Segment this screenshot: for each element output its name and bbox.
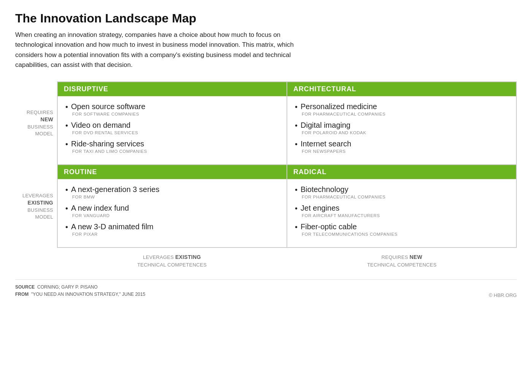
source-line: SOURCE CORNING; GARY P. PISANO <box>15 284 145 291</box>
item-main: •Ride-sharing services <box>65 140 279 149</box>
quadrant-architectural: ARCHITECTURAL •Personalized medicine FOR… <box>287 82 516 165</box>
item-sub: FOR TELECOMMUNICATIONS COMPANIES <box>302 232 508 236</box>
item-sub: FOR VANGUARD <box>72 213 279 218</box>
item-sub: FOR NEWSPAPERS <box>302 149 508 154</box>
matrix-wrapper: REQUIRESNEWBUSINESSMODEL LEVERAGESEXISTI… <box>15 81 517 248</box>
item-main: •Jet engines <box>295 204 508 213</box>
item-sub: FOR TAXI AND LIMO COMPANIES <box>72 149 279 154</box>
quadrant-disruptive: DISRUPTIVE •Open source software FOR SOF… <box>57 82 287 165</box>
description-text: When creating an innovation strategy, co… <box>15 30 312 70</box>
copyright-text: © HBR.ORG <box>489 292 517 298</box>
routine-body: •A next-generation 3 series FOR BMW •A n… <box>58 179 287 247</box>
bullet-icon: • <box>65 102 68 111</box>
list-item: •Internet search FOR NEWSPAPERS <box>295 140 508 154</box>
source-label: SOURCE <box>15 284 35 290</box>
list-item: •Video on demand FOR DVD RENTAL SERVICES <box>65 121 279 135</box>
item-main: •Video on demand <box>65 121 279 130</box>
list-item: •Ride-sharing services FOR TAXI AND LIMO… <box>65 140 279 154</box>
item-sub: FOR AIRCRAFT MANUFACTURERS <box>302 213 508 218</box>
bullet-icon: • <box>295 102 298 111</box>
from-text: "YOU NEED AN INNOVATION STRATEGY," JUNE … <box>31 292 145 297</box>
item-main: •Open source software <box>65 102 279 111</box>
bullet-icon: • <box>295 185 298 194</box>
x-axis-labels: LEVERAGES EXISTINGTECHNICAL COMPETENCES … <box>57 251 517 271</box>
bullet-icon: • <box>295 140 298 149</box>
bullet-icon: • <box>65 121 68 130</box>
list-item: •Fiber-optic cable FOR TELECOMMUNICATION… <box>295 222 508 236</box>
list-item: •Digital imaging FOR POLAROID AND KODAK <box>295 121 508 135</box>
bullet-icon: • <box>295 204 298 213</box>
item-sub: FOR BMW <box>72 195 279 199</box>
item-sub: FOR PHARMACEUTICAL COMPANIES <box>302 195 508 199</box>
bullet-icon: • <box>65 185 68 194</box>
y-label-bottom: LEVERAGESEXISTINGBUSINESSMODEL <box>15 192 53 221</box>
list-item: •A next-generation 3 series FOR BMW <box>65 185 279 199</box>
y-label-top: REQUIRESNEWBUSINESSMODEL <box>15 109 53 137</box>
bullet-icon: • <box>65 140 68 149</box>
item-sub: FOR DVD RENTAL SERVICES <box>72 130 279 135</box>
list-item: •Biotechnology FOR PHARMACEUTICAL COMPAN… <box>295 185 508 199</box>
disruptive-list: •Open source software FOR SOFTWARE COMPA… <box>65 102 279 154</box>
radical-header: RADICAL <box>287 165 516 179</box>
bullet-icon: • <box>295 222 298 232</box>
list-item: •A new 3-D animated film FOR PIXAR <box>65 222 279 236</box>
architectural-header: ARCHITECTURAL <box>287 82 516 96</box>
bullet-icon: • <box>65 222 68 232</box>
quadrant-routine: ROUTINE •A next-generation 3 series FOR … <box>57 165 287 248</box>
item-sub: FOR POLAROID AND KODAK <box>302 130 508 135</box>
item-main: •Fiber-optic cable <box>295 222 508 232</box>
architectural-body: •Personalized medicine FOR PHARMACEUTICA… <box>287 96 516 164</box>
footer: SOURCE CORNING; GARY P. PISANO FROM "YOU… <box>15 279 517 298</box>
quadrant-radical: RADICAL •Biotechnology FOR PHARMACEUTICA… <box>287 165 516 248</box>
source-text: CORNING; GARY P. PISANO <box>37 284 98 290</box>
from-label: FROM <box>15 292 28 297</box>
item-main: •A next-generation 3 series <box>65 185 279 194</box>
disruptive-body: •Open source software FOR SOFTWARE COMPA… <box>58 96 287 164</box>
disruptive-header: DISRUPTIVE <box>58 82 287 96</box>
list-item: •Open source software FOR SOFTWARE COMPA… <box>65 102 279 116</box>
item-sub: FOR PIXAR <box>72 232 279 236</box>
bullet-icon: • <box>65 204 68 213</box>
radical-body: •Biotechnology FOR PHARMACEUTICAL COMPAN… <box>287 179 516 247</box>
radical-list: •Biotechnology FOR PHARMACEUTICAL COMPAN… <box>295 185 508 236</box>
item-main: •Personalized medicine <box>295 102 508 111</box>
y-axis-labels: REQUIRESNEWBUSINESSMODEL LEVERAGESEXISTI… <box>15 81 57 248</box>
item-sub: FOR PHARMACEUTICAL COMPANIES <box>302 112 508 116</box>
list-item: •Personalized medicine FOR PHARMACEUTICA… <box>295 102 508 116</box>
item-main: •A new index fund <box>65 204 279 213</box>
page-title: The Innovation Landscape Map <box>15 11 517 25</box>
item-sub: FOR SOFTWARE COMPANIES <box>72 112 279 116</box>
item-main: •Internet search <box>295 140 508 149</box>
from-line: FROM "YOU NEED AN INNOVATION STRATEGY," … <box>15 291 145 298</box>
routine-list: •A next-generation 3 series FOR BMW •A n… <box>65 185 279 236</box>
x-label-right: REQUIRES NEWTECHNICAL COMPETENCES <box>287 251 517 271</box>
list-item: •Jet engines FOR AIRCRAFT MANUFACTURERS <box>295 204 508 218</box>
routine-header: ROUTINE <box>58 165 287 179</box>
item-main: •A new 3-D animated film <box>65 222 279 232</box>
item-main: •Biotechnology <box>295 185 508 194</box>
bullet-icon: • <box>295 121 298 130</box>
matrix-grid: DISRUPTIVE •Open source software FOR SOF… <box>57 81 517 248</box>
item-main: •Digital imaging <box>295 121 508 130</box>
footer-left: SOURCE CORNING; GARY P. PISANO FROM "YOU… <box>15 284 145 298</box>
architectural-list: •Personalized medicine FOR PHARMACEUTICA… <box>295 102 508 154</box>
list-item: •A new index fund FOR VANGUARD <box>65 204 279 218</box>
x-label-left: LEVERAGES EXISTINGTECHNICAL COMPETENCES <box>57 251 287 271</box>
